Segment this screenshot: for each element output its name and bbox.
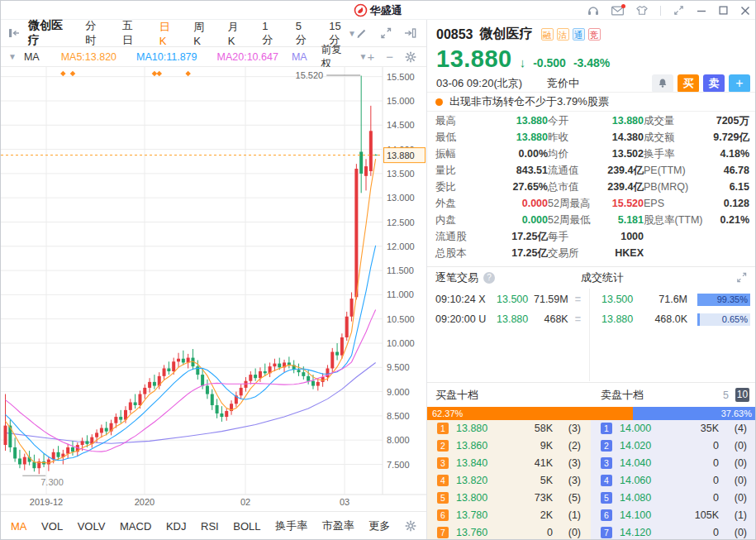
adjust-caret-icon[interactable]: ▼ xyxy=(359,52,368,61)
indicator-KDJ[interactable]: KDJ xyxy=(166,520,187,533)
close-button[interactable] xyxy=(740,6,750,16)
tab-月K[interactable]: 月K xyxy=(228,20,242,47)
app-title: 华盛通 xyxy=(370,3,402,18)
indicator-MACD[interactable]: MACD xyxy=(120,520,151,533)
ma-caret-icon[interactable]: ▼ xyxy=(8,52,17,61)
bid-row[interactable]: 713.7600(0) xyxy=(427,523,591,540)
messages-icon[interactable] xyxy=(611,6,624,16)
volume-stats: 13.50071.6M99.35%13.880468.0K0.65% xyxy=(590,289,756,381)
ask-row[interactable]: 514.0800(0) xyxy=(591,489,756,506)
ma-group-label[interactable]: MA xyxy=(24,51,40,63)
ask-row[interactable]: 214.0200(0) xyxy=(591,437,756,455)
svg-text:8.000: 8.000 xyxy=(387,435,410,445)
bid-row[interactable]: 213.8609K(2) xyxy=(427,437,591,455)
indicator-VOL[interactable]: VOL xyxy=(41,520,63,533)
badge-融: 融 xyxy=(541,28,554,41)
zoom-in-icon[interactable]: + xyxy=(367,50,374,63)
ask-row[interactable]: 614.100105K(1) xyxy=(591,506,756,523)
tab-5分[interactable]: 5分 xyxy=(296,20,308,47)
quote-label: 委比 xyxy=(435,179,477,195)
quote-label: 量比 xyxy=(435,162,477,179)
quote-value: 7205万 xyxy=(710,112,749,129)
mini-window-icon[interactable] xyxy=(673,5,684,16)
trade-flag-icon: = xyxy=(575,313,581,325)
level-badge: 7 xyxy=(601,527,612,538)
notice-banner[interactable]: 出现非市场转仓不少于3.79%股票 xyxy=(427,92,756,112)
quote-label: 外盘 xyxy=(435,195,477,212)
level-badge: 5 xyxy=(437,492,449,504)
more-periods-caret-icon[interactable]: ▼ xyxy=(348,29,356,38)
bid-row[interactable]: 513.80073K(5) xyxy=(427,489,591,506)
tab-1分[interactable]: 1分 xyxy=(262,20,274,47)
tab-日K[interactable]: 日K xyxy=(159,20,174,47)
buy-button[interactable]: 买 xyxy=(678,74,699,93)
bid-row[interactable]: 313.84041K(3) xyxy=(427,455,591,472)
trade-list[interactable]: 09:10:24 X13.50071.59M=09:20:00 U13.8804… xyxy=(427,289,590,381)
collapse-panel-icon[interactable] xyxy=(8,27,20,39)
dock-right-icon[interactable] xyxy=(404,27,416,39)
stock-name-tab[interactable]: 微创医疗 xyxy=(28,18,69,48)
expand-stats-icon[interactable] xyxy=(736,272,747,283)
minimize-button[interactable] xyxy=(697,6,706,16)
indicator-更多[interactable]: 更多 xyxy=(368,518,390,533)
support-headset-icon[interactable] xyxy=(587,5,599,16)
tab-周K[interactable]: 周K xyxy=(193,20,207,47)
level10-toggle[interactable]: 10 xyxy=(735,388,749,402)
svg-text:7.500: 7.500 xyxy=(387,460,410,470)
level-price: 13.780 xyxy=(456,509,499,521)
ma20-value: MA20:10.647 xyxy=(217,51,278,63)
level-volume: 0 xyxy=(499,527,553,538)
ask-row[interactable]: 314.0400(0) xyxy=(591,455,756,472)
quote-label: 总市值 xyxy=(548,179,605,195)
notice-dot-icon xyxy=(435,98,443,106)
indicator-BOLL[interactable]: BOLL xyxy=(233,520,260,533)
ask-row[interactable]: 114.00035K(4) xyxy=(591,420,756,437)
stock-name: 微创医疗 xyxy=(480,26,533,43)
bid-row[interactable]: 613.7802K(1) xyxy=(427,506,591,523)
stat-bar-fill xyxy=(697,313,700,326)
level-orders: (0) xyxy=(553,527,581,538)
quote-label: 均价 xyxy=(548,146,605,162)
indicator-RSI[interactable]: RSI xyxy=(201,520,219,533)
zoom-out-icon[interactable]: − xyxy=(386,50,393,63)
stat-bar: 99.35% xyxy=(697,294,750,306)
level-volume: 0 xyxy=(663,457,719,469)
quote-label: 总股本 xyxy=(435,245,477,261)
tab-分时[interactable]: 分时 xyxy=(85,18,102,48)
level-badge: 4 xyxy=(437,475,449,486)
bid-row[interactable]: 113.88058K(3) xyxy=(427,420,591,437)
fullscreen-icon[interactable] xyxy=(380,27,392,39)
quote-grid: 最高13.880今开13.880成交量7205万最低13.880昨收14.380… xyxy=(435,112,749,261)
svg-text:2020: 2020 xyxy=(135,497,155,507)
level5-toggle[interactable]: 5 xyxy=(723,389,729,401)
candlestick-chart[interactable]: 15.50015.00014.50014.00013.50013.00012.5… xyxy=(1,67,426,511)
alert-bell-button[interactable] xyxy=(652,74,673,93)
bid-ask-ratio-bar: 62.37% 37.63% xyxy=(427,407,756,420)
stock-code: 00853 xyxy=(436,27,473,42)
ask-row[interactable]: 414.0600(0) xyxy=(591,472,756,490)
svg-text:2019-12: 2019-12 xyxy=(30,497,63,507)
quote-label: 内盘 xyxy=(435,212,477,228)
indicator-settings-gear-icon[interactable] xyxy=(405,520,416,532)
level-price: 14.100 xyxy=(620,509,663,521)
theme-shirt-icon[interactable] xyxy=(636,5,648,16)
draw-pencil-icon[interactable] xyxy=(356,27,368,39)
ask-row[interactable]: 714.1200(0) xyxy=(591,523,756,540)
indicator-MA[interactable]: MA xyxy=(11,520,27,533)
level-price: 13.880 xyxy=(456,423,499,434)
help-icon[interactable]: ? xyxy=(483,272,495,284)
indicator-VOLV[interactable]: VOLV xyxy=(78,520,106,533)
bid-row[interactable]: 413.8205K(3) xyxy=(427,472,591,490)
indicator-市盈率[interactable]: 市盈率 xyxy=(322,518,354,533)
level-price: 13.820 xyxy=(456,475,499,486)
svg-text:15.000: 15.000 xyxy=(387,96,415,106)
add-watchlist-button[interactable]: + xyxy=(729,74,750,93)
indicator-换手率[interactable]: 换手率 xyxy=(275,518,307,533)
sell-button[interactable]: 卖 xyxy=(703,74,725,93)
maximize-button[interactable] xyxy=(719,6,728,15)
tab-五日[interactable]: 五日 xyxy=(122,18,139,48)
quote-value: 46.78 xyxy=(710,162,749,179)
chart-settings-gear-icon[interactable] xyxy=(405,51,416,63)
svg-text:15.520: 15.520 xyxy=(296,70,324,80)
level-volume: 2K xyxy=(499,509,553,521)
